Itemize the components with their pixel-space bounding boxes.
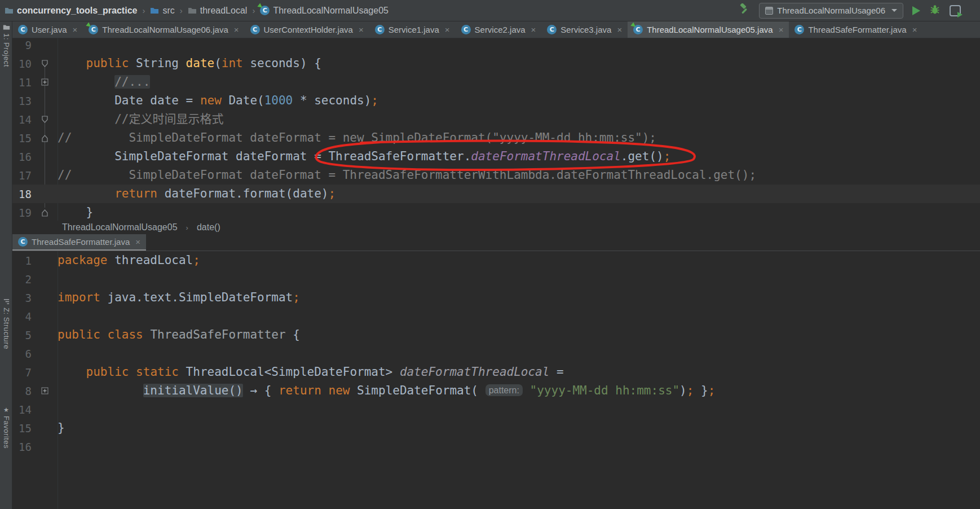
code-line[interactable]: 5public class ThreadSafeFormatter { <box>12 326 980 344</box>
sidebar-item-favorites[interactable]: ★ Favorites <box>0 406 12 449</box>
fold-open-icon[interactable] <box>32 60 58 68</box>
close-icon[interactable]: × <box>73 25 78 34</box>
code-text[interactable]: import java.text.SimpleDateFormat; <box>58 288 980 307</box>
code-line[interactable]: 17// SimpleDateFormat dateFormat = Threa… <box>12 166 980 185</box>
line-number[interactable]: 8 <box>12 385 32 397</box>
code-text[interactable]: package threadLocal; <box>58 251 980 270</box>
code-line[interactable]: 15} <box>12 419 980 437</box>
run-with-coverage-icon[interactable] <box>950 5 961 16</box>
tab-usercontextholder-java[interactable]: CUserContextHolder.java× <box>245 21 369 38</box>
line-number[interactable]: 3 <box>12 292 32 304</box>
code-text[interactable]: initialValue() → { return new SimpleDate… <box>58 381 980 400</box>
code-line[interactable]: 13 Date date = new Date(1000 * seconds); <box>12 91 980 110</box>
code-line[interactable]: 14 <box>12 400 980 419</box>
line-number[interactable]: 13 <box>12 95 32 107</box>
fold-end-icon[interactable] <box>32 134 58 142</box>
debug-button[interactable] <box>929 4 941 17</box>
close-icon[interactable]: × <box>912 25 917 34</box>
fold-open-icon[interactable] <box>32 116 58 124</box>
code-line[interactable]: 9 <box>12 38 980 54</box>
close-icon[interactable]: × <box>359 25 364 34</box>
code-text[interactable]: // SimpleDateFormat dateFormat = ThreadS… <box>58 166 980 185</box>
code-text[interactable]: return dateFormat.format(date); <box>58 185 980 203</box>
code-text[interactable]: Date date = new Date(1000 * seconds); <box>58 91 980 110</box>
close-icon[interactable]: × <box>445 25 450 34</box>
code-line[interactable]: 19 } <box>12 203 980 222</box>
line-number[interactable]: 15 <box>12 422 32 435</box>
code-line[interactable]: 1package threadLocal; <box>12 251 980 270</box>
code-text[interactable]: // SimpleDateFormat dateFormat = new Sim… <box>58 129 980 147</box>
code-line[interactable]: 18 return dateFormat.format(date); <box>12 185 980 203</box>
line-number[interactable]: 15 <box>12 132 32 144</box>
breadcrumb-item[interactable]: threadLocal <box>188 6 248 16</box>
run-button[interactable] <box>912 6 920 15</box>
code-line[interactable]: 4 <box>12 307 980 326</box>
line-number[interactable]: 16 <box>12 151 32 163</box>
close-icon[interactable]: × <box>779 25 784 34</box>
breadcrumb-item[interactable]: CThreadLocalNormalUsage05 <box>260 6 389 16</box>
line-number[interactable]: 16 <box>12 441 32 453</box>
line-number[interactable]: 14 <box>12 403 32 416</box>
code-line[interactable]: 16 <box>12 437 980 456</box>
breadcrumb-item[interactable]: concurrency_tools_practice <box>5 6 137 16</box>
code-text[interactable]: SimpleDateFormat dateFormat = ThreadSafe… <box>58 147 980 166</box>
hammer-build-icon[interactable] <box>738 3 750 17</box>
code-line[interactable]: 8 initialValue() → { return new SimpleDa… <box>12 381 980 400</box>
code-line[interactable]: 7 public static ThreadLocal<SimpleDateFo… <box>12 363 980 381</box>
breadcrumb-class[interactable]: ThreadLocalNormalUsage05 <box>62 222 178 232</box>
sidebar-item-project[interactable]: 1: Project <box>0 24 12 67</box>
line-number[interactable]: 14 <box>12 113 32 126</box>
tab-user-java[interactable]: CUser.java× <box>12 21 83 38</box>
tab-threadsafeformatter[interactable]: C ThreadSafeFormatter.java × <box>12 234 146 251</box>
code-line[interactable]: 6 <box>12 344 980 363</box>
editor-bottom[interactable]: 1package threadLocal;23import java.text.… <box>12 251 980 509</box>
sidebar-item-structure[interactable]: Z: Structure <box>0 298 12 349</box>
line-number[interactable]: 17 <box>12 169 32 182</box>
line-number[interactable]: 11 <box>12 76 32 89</box>
breadcrumb-member[interactable]: date() <box>197 222 220 232</box>
line-number[interactable]: 6 <box>12 348 32 360</box>
code-text[interactable]: public String date(int seconds) { <box>58 54 980 73</box>
class-icon: C <box>547 25 557 34</box>
code-line[interactable]: 10 public String date(int seconds) { <box>12 54 980 73</box>
tab-threadlocalnormalusage06-java[interactable]: CThreadLocalNormalUsage06.java× <box>83 21 244 38</box>
line-number[interactable]: 10 <box>12 58 32 70</box>
code-line[interactable]: 3import java.text.SimpleDateFormat; <box>12 288 980 307</box>
code-text[interactable]: } <box>58 419 980 437</box>
tab-label: ThreadSafeFormatter.java <box>808 25 906 34</box>
line-number[interactable]: 5 <box>12 329 32 341</box>
run-configuration-label: ThreadLocalNormalUsage06 <box>777 6 885 15</box>
code-line[interactable]: 15// SimpleDateFormat dateFormat = new S… <box>12 129 980 147</box>
fold-plus-icon[interactable] <box>32 78 58 86</box>
code-line[interactable]: 14 //定义时间显示格式 <box>12 110 980 129</box>
line-number[interactable]: 4 <box>12 310 32 323</box>
code-text[interactable]: public class ThreadSafeFormatter { <box>58 326 980 344</box>
fold-end-icon[interactable] <box>32 209 58 217</box>
line-number[interactable]: 1 <box>12 254 32 267</box>
line-number[interactable]: 7 <box>12 366 32 379</box>
tab-threadsafeformatter-java[interactable]: CThreadSafeFormatter.java× <box>789 21 922 38</box>
code-text[interactable]: } <box>58 203 980 222</box>
editor-top[interactable]: 910 public String date(int seconds) {11 … <box>12 38 980 222</box>
tab-service2-java[interactable]: CService2.java× <box>456 21 542 38</box>
close-icon[interactable]: × <box>617 25 622 34</box>
run-configuration-select[interactable]: ThreadLocalNormalUsage06 <box>759 3 903 19</box>
close-icon[interactable]: × <box>531 25 536 34</box>
line-number[interactable]: 9 <box>12 39 32 51</box>
tab-threadlocalnormalusage05-java[interactable]: CThreadLocalNormalUsage05.java× <box>628 21 789 38</box>
fold-plus-icon[interactable] <box>32 387 58 394</box>
tab-service1-java[interactable]: CService1.java× <box>369 21 456 38</box>
code-line[interactable]: 2 <box>12 270 980 288</box>
breadcrumb-item[interactable]: src <box>150 6 174 16</box>
code-text[interactable]: public static ThreadLocal<SimpleDateForm… <box>58 363 980 381</box>
close-icon[interactable]: × <box>234 25 239 34</box>
code-text[interactable]: //... <box>58 73 980 91</box>
code-text[interactable]: //定义时间显示格式 <box>58 110 980 129</box>
line-number[interactable]: 18 <box>12 188 32 200</box>
line-number[interactable]: 2 <box>12 273 32 286</box>
line-number[interactable]: 19 <box>12 207 32 219</box>
code-line[interactable]: 11 //... <box>12 73 980 91</box>
close-icon[interactable]: × <box>135 237 140 247</box>
tab-service3-java[interactable]: CService3.java× <box>541 21 628 38</box>
code-line[interactable]: 16 SimpleDateFormat dateFormat = ThreadS… <box>12 147 980 166</box>
